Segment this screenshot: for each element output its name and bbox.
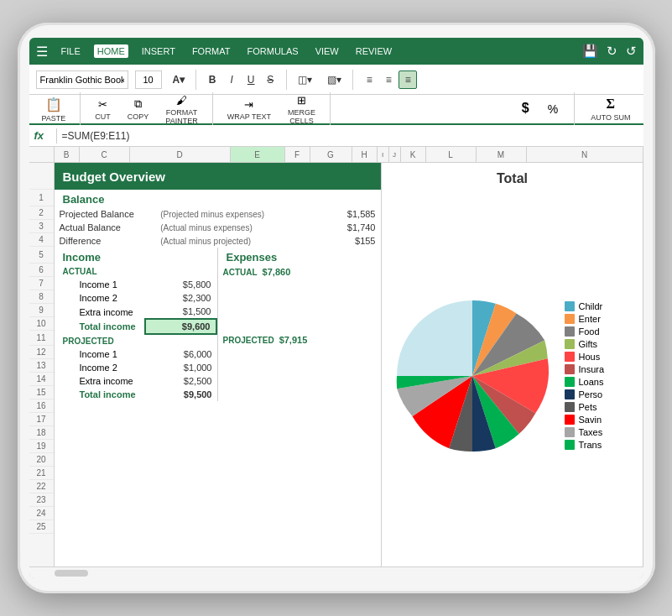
menu-review[interactable]: REVIEW: [352, 44, 395, 58]
currency-group[interactable]: $: [516, 98, 535, 120]
cut-group[interactable]: ✂ CUT: [89, 96, 117, 123]
format-painter-group[interactable]: 🖌 FORMAT PAINTER: [159, 91, 203, 128]
legend-label-childcare: Childr: [579, 301, 603, 311]
menu-insert[interactable]: INSERT: [138, 44, 179, 58]
col-header-e[interactable]: E: [231, 147, 285, 162]
table-row: Actual Balance (Actual minus expenses) $…: [55, 221, 381, 234]
legend-label-entertainment: Enter: [579, 314, 601, 324]
align-right-button[interactable]: ≡: [399, 70, 417, 89]
ribbon-sep-1: [80, 92, 81, 126]
col-header-g[interactable]: G: [310, 147, 352, 162]
col-header-d[interactable]: D: [130, 147, 231, 162]
cut-label: CUT: [95, 112, 111, 121]
balance-row-1-desc: (Projected minus expenses): [155, 207, 301, 221]
balance-row-3-val: $155: [302, 234, 381, 248]
paste-group[interactable]: 📋 PASTE: [36, 94, 72, 125]
ribbon-sep-3: [330, 92, 331, 126]
font-color-btn[interactable]: A▾: [169, 70, 190, 89]
income-projected-table: Income 1 $6,000 Income 2 $1,000 Extra in…: [55, 347, 217, 401]
percent-group[interactable]: %: [542, 100, 564, 118]
inc-proj-3-val: $2,500: [159, 374, 217, 388]
screen: ☰ FILE HOME INSERT FORMAT FORMULAS VIEW …: [29, 38, 643, 578]
horizontal-scrollbar[interactable]: [55, 570, 88, 577]
table-row: Extra income $1,500: [55, 305, 216, 319]
inc-act-2-val: $2,300: [145, 291, 216, 305]
row-6: 6: [29, 264, 54, 277]
inc-total-act-val: $9,600: [145, 319, 216, 334]
balance-table: Projected Balance (Projected minus expen…: [55, 207, 381, 248]
autosum-group[interactable]: Σ AUTO SUM: [585, 94, 636, 124]
ribbon-sep-4: [574, 92, 575, 126]
menu-format[interactable]: FORMAT: [189, 44, 234, 58]
wrap-text-label: WRAP TEXT: [227, 112, 271, 121]
inc-act-1-val: $5,800: [145, 278, 216, 291]
copy-label: COPY: [128, 112, 149, 121]
col-header-c[interactable]: C: [80, 147, 130, 162]
inc-proj-1-name: Income 1: [55, 347, 159, 361]
inc-proj-1-val: $6,000: [159, 347, 217, 361]
row-14: 14: [29, 373, 54, 386]
row-17: 17: [29, 413, 54, 426]
legend-color-entertainment: [565, 314, 575, 324]
hamburger-icon[interactable]: ☰: [36, 44, 48, 60]
undo-icon[interactable]: ↻: [607, 44, 617, 59]
font-name-input[interactable]: [36, 70, 128, 89]
col-header-n[interactable]: N: [527, 147, 643, 162]
balance-row-1-val: $1,585: [302, 207, 381, 221]
budget-header: Budget Overview: [55, 163, 381, 190]
col-header-i[interactable]: I: [378, 147, 389, 162]
legend-item-transportation: Trans: [565, 440, 605, 450]
formula-input[interactable]: =SUM(E9:E11): [62, 130, 638, 142]
menu-home[interactable]: HOME: [94, 44, 128, 58]
copy-group[interactable]: ⧉ COPY: [122, 95, 155, 123]
row-3: 3: [29, 220, 54, 233]
formula-divider: [56, 128, 57, 144]
legend-item-savings: Savin: [565, 415, 605, 425]
expenses-col: Expenses ACTUAL $7,860 PROJECTED $7,915: [218, 248, 381, 401]
pie-chart: [388, 292, 556, 460]
sheet-content: 1 2 3 4 5 6 7 8 9 10 11 12 13 14 15 16 1…: [29, 163, 643, 566]
legend-color-savings: [565, 415, 575, 425]
menu-file[interactable]: FILE: [58, 44, 84, 58]
ribbon-right-icons: 💾 ↻ ↺: [582, 44, 637, 59]
budget-panel: Budget Overview Balance Projected Balanc…: [55, 163, 382, 566]
col-header-j[interactable]: J: [389, 147, 401, 162]
redo-icon[interactable]: ↺: [626, 44, 637, 59]
legend-item-food: Food: [565, 326, 605, 337]
align-left-button[interactable]: ≡: [360, 70, 378, 89]
table-row: Income 1 $5,800: [55, 278, 216, 291]
col-header-k[interactable]: K: [401, 147, 426, 162]
col-header-l[interactable]: L: [426, 147, 477, 162]
balance-row-1-name: Projected Balance: [55, 207, 156, 221]
font-size-input[interactable]: [135, 70, 162, 89]
wrap-text-group[interactable]: ⇥ WRAP TEXT: [221, 96, 277, 123]
align-center-button[interactable]: ≡: [379, 70, 398, 89]
save-icon[interactable]: 💾: [582, 44, 598, 59]
merge-cells-group[interactable]: ⊞ MERGE CELLS: [282, 91, 321, 128]
legend-color-taxes: [565, 427, 575, 437]
italic-button[interactable]: I: [222, 70, 241, 89]
col-header-m[interactable]: M: [477, 147, 527, 162]
legend-label-savings: Savin: [579, 415, 602, 425]
inc-proj-2-name: Income 2: [55, 361, 159, 374]
row-16: 16: [29, 399, 54, 413]
row-9: 9: [29, 304, 54, 317]
row-19: 19: [29, 440, 54, 453]
border-btn[interactable]: ◫▾: [294, 70, 316, 89]
menu-view[interactable]: VIEW: [312, 44, 342, 58]
row-7: 7: [29, 277, 54, 290]
divider-2: [286, 70, 287, 90]
legend-color-transportation: [565, 440, 575, 450]
bold-button[interactable]: B: [203, 70, 221, 89]
highlight-btn[interactable]: ▧▾: [323, 70, 346, 89]
strikethrough-button[interactable]: S: [261, 70, 279, 89]
ribbon-toolbar-1: A▾ B I U S ◫▾ ▧▾ ≡ ≡ ≡: [29, 65, 643, 95]
col-header-f[interactable]: F: [285, 147, 310, 162]
chart-panel: Total: [382, 163, 643, 566]
underline-button[interactable]: U: [242, 70, 260, 89]
menu-formulas[interactable]: FORMULAS: [244, 44, 302, 58]
col-header-h[interactable]: H: [352, 147, 378, 162]
col-header-b[interactable]: B: [55, 147, 80, 162]
column-headers: B C D E F G H I J K L M N: [29, 147, 643, 163]
inc-act-2-name: Income 2: [55, 291, 146, 305]
